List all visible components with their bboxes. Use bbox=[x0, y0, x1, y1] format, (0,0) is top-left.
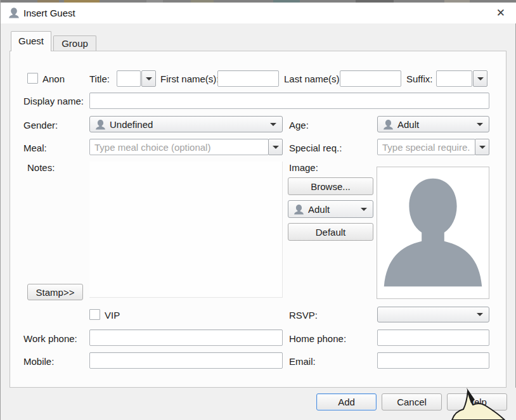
close-icon[interactable]: ✕ bbox=[496, 6, 505, 20]
special-req-input[interactable] bbox=[377, 139, 475, 155]
chevron-down-icon bbox=[477, 77, 484, 80]
tab-group[interactable]: Group bbox=[53, 35, 96, 51]
email-label: Email: bbox=[289, 356, 316, 367]
chevron-down-icon bbox=[146, 77, 152, 80]
dialog-title: Insert Guest bbox=[23, 8, 75, 18]
notes-textarea[interactable] bbox=[89, 162, 283, 298]
display-name-label: Display name: bbox=[23, 96, 84, 106]
work-phone-input[interactable] bbox=[89, 329, 283, 346]
vip-label: VIP bbox=[105, 310, 120, 321]
home-phone-input[interactable] bbox=[377, 329, 489, 346]
stamp-button[interactable]: Stamp>> bbox=[27, 284, 83, 300]
email-input[interactable] bbox=[377, 352, 489, 369]
chevron-down-icon bbox=[273, 146, 279, 149]
title-input[interactable] bbox=[117, 70, 141, 87]
anon-checkbox[interactable] bbox=[27, 73, 38, 84]
default-button[interactable]: Default bbox=[288, 223, 373, 241]
add-button[interactable]: Add bbox=[316, 393, 377, 410]
chevron-down-icon bbox=[479, 146, 486, 149]
image-age-value: Adult bbox=[308, 204, 361, 215]
browse-button[interactable]: Browse... bbox=[288, 177, 373, 195]
last-name-input[interactable] bbox=[340, 70, 401, 87]
first-name-input[interactable] bbox=[217, 70, 279, 87]
age-value: Adult bbox=[397, 119, 477, 130]
cancel-button[interactable]: Cancel bbox=[382, 393, 442, 410]
person-icon bbox=[293, 204, 304, 215]
work-phone-label: Work phone: bbox=[23, 333, 77, 344]
meal-dropdown-button[interactable] bbox=[268, 139, 283, 155]
suffix-label: Suffix: bbox=[406, 73, 432, 84]
special-req-label: Special req.: bbox=[289, 143, 342, 153]
meal-input[interactable] bbox=[89, 139, 269, 155]
mobile-label: Mobile: bbox=[23, 356, 54, 367]
display-name-input[interactable] bbox=[89, 92, 489, 109]
gender-value: Undefined bbox=[110, 119, 270, 130]
person-icon bbox=[95, 119, 106, 130]
meal-label: Meal: bbox=[23, 143, 47, 153]
anon-label: Anon bbox=[42, 73, 65, 84]
chevron-down-icon bbox=[361, 208, 367, 211]
person-icon bbox=[8, 7, 20, 18]
last-name-label: Last name(s): bbox=[284, 73, 342, 84]
chevron-down-icon bbox=[270, 123, 276, 126]
suffix-dropdown-button[interactable] bbox=[473, 70, 487, 87]
special-req-dropdown-button[interactable] bbox=[475, 139, 489, 155]
chevron-down-icon bbox=[477, 123, 483, 126]
vip-checkbox[interactable] bbox=[89, 309, 100, 320]
person-silhouette-icon bbox=[377, 167, 489, 298]
rsvp-label: RSVP: bbox=[289, 310, 318, 321]
titlebar: Insert Guest ✕ bbox=[1, 3, 516, 23]
chevron-down-icon bbox=[477, 313, 483, 316]
help-button[interactable]: Help bbox=[447, 393, 507, 410]
person-icon bbox=[383, 119, 394, 130]
guest-image-preview bbox=[377, 167, 489, 299]
tab-guest[interactable]: Guest bbox=[11, 31, 51, 51]
suffix-input[interactable] bbox=[436, 70, 472, 87]
age-dropdown[interactable]: Adult bbox=[377, 116, 489, 132]
home-phone-label: Home phone: bbox=[289, 333, 346, 344]
title-dropdown-button[interactable] bbox=[141, 70, 156, 87]
notes-label: Notes: bbox=[27, 162, 55, 173]
rsvp-dropdown[interactable] bbox=[377, 307, 489, 322]
gender-label: Gender: bbox=[23, 120, 58, 130]
image-label: Image: bbox=[289, 162, 318, 173]
first-name-label: First name(s): bbox=[160, 73, 219, 84]
age-label: Age: bbox=[289, 120, 309, 130]
mobile-input[interactable] bbox=[89, 352, 283, 369]
insert-guest-dialog: Insert Guest ✕ Guest Group Anon Title: F… bbox=[0, 0, 516, 420]
gender-dropdown[interactable]: Undefined bbox=[89, 116, 283, 132]
image-age-dropdown[interactable]: Adult bbox=[288, 200, 373, 218]
title-label: Title: bbox=[89, 73, 110, 84]
